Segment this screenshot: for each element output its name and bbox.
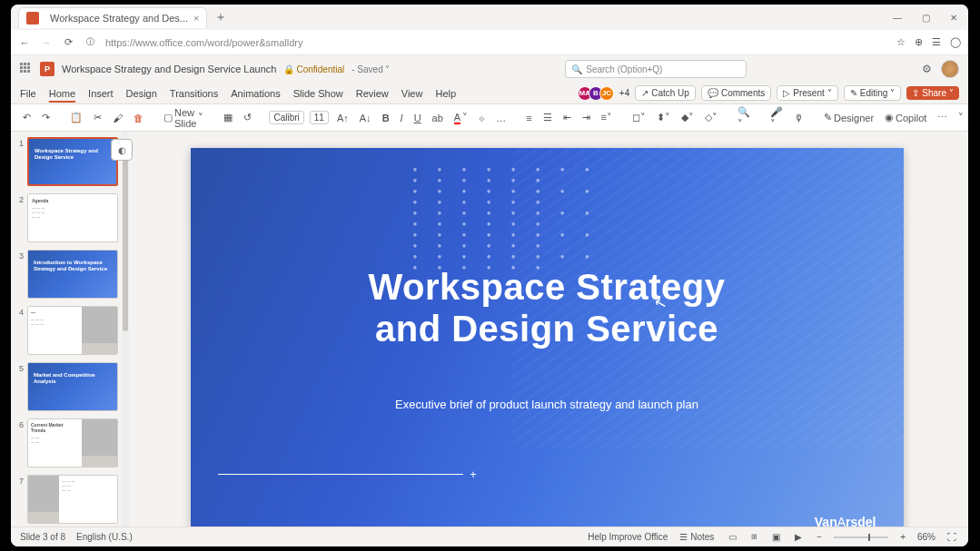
undo-icon[interactable]: ↶ — [20, 110, 34, 125]
document-title[interactable]: Workspace Strategy and Design Service La… — [62, 64, 276, 74]
shape-fill-icon[interactable]: ◆˅ — [678, 110, 697, 125]
shapes-icon[interactable]: ◻˅ — [629, 110, 648, 125]
italic-icon[interactable]: I — [398, 111, 406, 125]
format-painter-icon[interactable]: 🖌 — [110, 111, 125, 125]
editing-mode-button[interactable]: ✎ Editing ˅ — [844, 85, 902, 101]
close-window-button[interactable]: ✕ — [946, 11, 961, 25]
shape-outline-icon[interactable]: ◇˅ — [702, 110, 720, 125]
thumbnail-3[interactable]: Introduction to Workspace Strategy and D… — [27, 250, 118, 299]
thumbnail-5[interactable]: Market and Competitive Analysis — [27, 362, 118, 411]
designer-button[interactable]: ✎ Designer — [821, 110, 876, 125]
arrange-icon[interactable]: ⬍˅ — [654, 110, 673, 125]
profile-icon[interactable]: ◯ — [950, 36, 961, 48]
tab-help[interactable]: Help — [435, 86, 456, 101]
zoom-level[interactable]: 66% — [917, 532, 935, 542]
overflow-icon[interactable]: ⋯ — [935, 110, 950, 125]
user-avatar[interactable] — [941, 60, 959, 78]
language-status[interactable]: English (U.S.) — [76, 532, 133, 542]
align-icon[interactable]: ≡˅ — [599, 110, 615, 125]
indent-left-icon[interactable]: ⇤ — [560, 110, 574, 125]
comments-button[interactable]: 💬 Comments — [701, 85, 771, 101]
thumbnail-1[interactable]: Workspace Strategy and Design Service — [27, 137, 118, 186]
url-field[interactable]: https://www.office.com/word/power&smalld… — [105, 37, 887, 48]
more-font-icon[interactable]: … — [493, 111, 509, 125]
current-slide[interactable]: ● ● ● ● ● ● ● ● ● ● ● ● ● ●● ● ● ● ● ● ●… — [191, 148, 904, 526]
font-size-input[interactable]: 11 — [310, 111, 329, 124]
zoom-slider[interactable] — [834, 536, 888, 538]
fit-to-window-icon[interactable]: ⛶ — [945, 531, 959, 543]
presence-more[interactable]: +4 — [619, 88, 629, 98]
dictate-icon[interactable]: 🎤˅ — [767, 104, 786, 132]
slide-subtitle[interactable]: Executive brief of product launch strate… — [191, 398, 904, 411]
collapse-ribbon-icon[interactable]: ˅ — [955, 110, 966, 125]
help-improve-link[interactable]: Help Improve Office — [588, 532, 668, 542]
tab-insert[interactable]: Insert — [88, 86, 114, 101]
site-info-icon[interactable]: ⓘ — [84, 36, 96, 48]
new-tab-button[interactable]: ＋ — [214, 9, 227, 25]
present-button[interactable]: ▷ Present ˅ — [777, 85, 837, 101]
highlight-icon[interactable]: ab — [430, 111, 446, 125]
underline-icon[interactable]: U — [411, 111, 424, 125]
font-color-icon[interactable]: A˅ — [451, 110, 470, 126]
tab-home[interactable]: Home — [49, 86, 75, 101]
thumbnails-scrollbar[interactable] — [122, 132, 129, 526]
settings-icon[interactable]: ⚙ — [922, 63, 932, 75]
refresh-icon[interactable]: ⟳ — [62, 36, 74, 48]
normal-view-icon[interactable]: ▭ — [726, 531, 739, 543]
minimize-button[interactable]: — — [889, 11, 906, 25]
new-slide-button[interactable]: ▢ New Slide ˅ — [161, 105, 206, 131]
cut-icon[interactable]: ✂ — [91, 110, 104, 125]
numbering-icon[interactable]: ☰ — [540, 110, 555, 125]
paste-icon[interactable]: 📋 — [67, 110, 85, 125]
search-box[interactable]: 🔍 Search (Option+Q) — [565, 60, 747, 78]
bold-icon[interactable]: B — [380, 111, 392, 125]
find-icon[interactable]: 🔍˅ — [735, 104, 753, 132]
thumbnail-4[interactable]: —— — —— — — — [27, 306, 118, 355]
slide-title[interactable]: Workspace Strategyand Design Service — [191, 266, 904, 349]
delete-icon[interactable]: 🗑 — [131, 111, 146, 125]
share-button[interactable]: ⇪ Share ˅ — [906, 86, 959, 100]
reading-view-icon[interactable]: ▣ — [769, 531, 783, 543]
indent-right-icon[interactable]: ⇥ — [579, 110, 593, 125]
outline-toggle-icon[interactable]: ◐ — [111, 139, 133, 161]
favorite-icon[interactable]: ☆ — [896, 36, 906, 48]
tab-view[interactable]: View — [401, 86, 423, 101]
redo-icon[interactable]: ↷ — [39, 110, 53, 125]
copilot-button[interactable]: ◉ Copilot — [882, 110, 929, 125]
thumbnail-6[interactable]: Current Market Trends— —— — — [27, 418, 118, 467]
tab-close-icon[interactable]: × — [193, 13, 199, 24]
zoom-out-icon[interactable]: − — [814, 531, 825, 543]
tab-file[interactable]: File — [20, 86, 36, 101]
clear-format-icon[interactable]: ⟐ — [476, 111, 488, 125]
thumbnail-7[interactable]: — — —— —— — — [27, 475, 118, 524]
extensions-icon[interactable]: ☰ — [932, 36, 941, 48]
notes-button[interactable]: ☰ Notes — [677, 531, 717, 543]
increase-font-icon[interactable]: A↑ — [334, 111, 351, 125]
slide-position[interactable]: Slide 3 of 8 — [20, 532, 65, 542]
tab-design[interactable]: Design — [126, 86, 157, 101]
font-name-input[interactable]: Calibri — [269, 111, 303, 124]
tab-review[interactable]: Review — [356, 86, 389, 101]
bullets-icon[interactable]: ≡ — [523, 111, 534, 125]
app-launcher-icon[interactable] — [20, 63, 33, 75]
tab-transitions[interactable]: Transitions — [170, 86, 218, 101]
slideshow-view-icon[interactable]: ▶ — [792, 531, 805, 543]
tab-animations[interactable]: Animations — [231, 86, 280, 101]
back-icon[interactable]: ← — [18, 37, 31, 48]
reset-icon[interactable]: ↺ — [241, 110, 254, 125]
decrease-font-icon[interactable]: A↓ — [357, 111, 374, 125]
thumbnail-2[interactable]: Agenda— — —— — —— — — [27, 193, 118, 242]
layout-icon[interactable]: ▦ — [221, 110, 235, 125]
forward-icon[interactable]: → — [40, 37, 53, 48]
presence-avatars[interactable]: MA B JC — [581, 86, 614, 101]
zoom-in-icon[interactable]: + — [897, 531, 908, 543]
voice-icon[interactable]: 🎙 — [791, 111, 807, 125]
maximize-button[interactable]: ▢ — [918, 11, 934, 25]
catch-up-button[interactable]: ↗ Catch Up — [635, 85, 696, 101]
collections-icon[interactable]: ⊕ — [915, 36, 923, 48]
browser-tab[interactable]: Workspace Strategy and Des... × — [18, 7, 207, 28]
tab-slideshow[interactable]: Slide Show — [293, 86, 343, 101]
sorter-view-icon[interactable]: ⊞ — [748, 532, 760, 542]
sensitivity-label[interactable]: 🔒 Confidential — [283, 64, 344, 74]
slide-canvas[interactable]: ◐ ● ● ● ● ● ● ● ● ● ● ● ● ● ●● ● ● ● ● ●… — [129, 132, 968, 526]
